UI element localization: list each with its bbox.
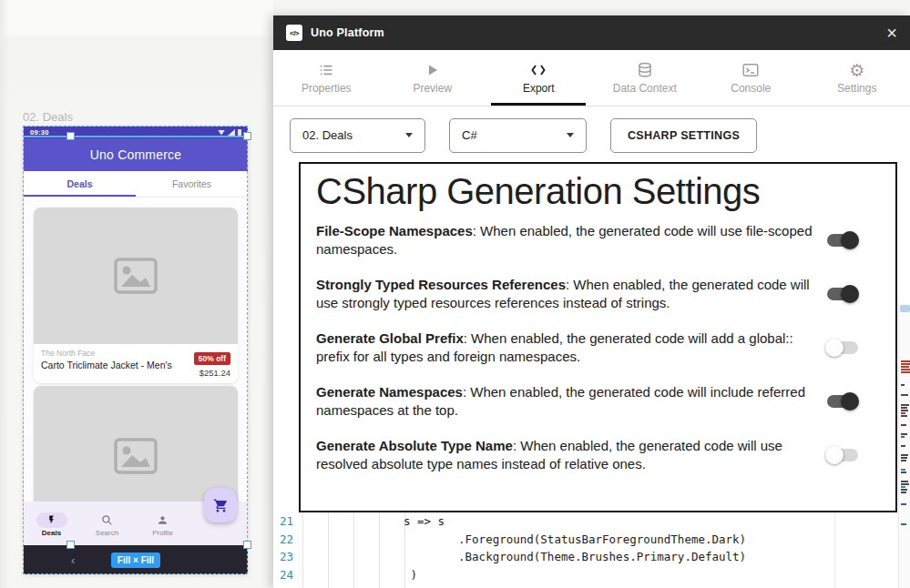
nav-label: Search — [96, 529, 118, 537]
code-line[interactable]: 25Resources — [273, 583, 833, 588]
nav-item-profile[interactable]: Profile — [135, 512, 190, 537]
editor-divider — [834, 512, 835, 588]
setting-text: Generate Namespaces: When enabled, the g… — [316, 383, 825, 420]
selection-handle[interactable] — [243, 541, 251, 549]
nav-label: Profile — [152, 529, 173, 537]
minimap-mark — [901, 457, 907, 459]
tab-preview[interactable]: Preview — [380, 50, 486, 106]
minimap-mark — [901, 404, 909, 406]
page-select-value: 02. Deals — [302, 128, 353, 142]
product-brand: The North Face — [41, 349, 194, 358]
canvas-edge-shade — [0, 0, 9, 588]
minimap-mark — [901, 433, 907, 435]
language-select[interactable]: C# — [449, 118, 587, 153]
minimap-mark — [901, 523, 906, 525]
minimap-mark — [901, 436, 905, 438]
phone-preview[interactable]: 09:30 Uno Commerce DealsFavorites — [24, 127, 248, 574]
tab-data-context[interactable]: Data Context — [592, 50, 699, 106]
editor-minimap-scrollbar[interactable] — [898, 304, 910, 588]
setting-row-generate-global-prefix: Generate Global Prefix: When enabled, th… — [316, 329, 874, 366]
product-image-placeholder — [34, 386, 238, 502]
scrollbar-thumb[interactable] — [900, 305, 910, 312]
frame-label[interactable]: 02. Deals — [23, 110, 73, 124]
product-name: Carto Triclimate Jacket - Men's — [41, 360, 194, 370]
page-select[interactable]: 02. Deals — [290, 118, 425, 153]
selection-top-line — [24, 136, 248, 137]
tab-label: Settings — [837, 82, 876, 95]
minimap-mark — [901, 371, 910, 373]
console-icon — [742, 61, 759, 79]
tab-label: Preview — [413, 82, 452, 95]
toggle-file-scope-namespaces[interactable] — [825, 231, 859, 249]
phone-content: The North Face Carto Triclimate Jacket -… — [24, 198, 248, 502]
code-line[interactable]: 24) — [273, 566, 833, 584]
minimap-mark — [901, 454, 908, 456]
code-icon — [530, 61, 547, 79]
minimap-mark — [901, 460, 906, 461]
code-text: .Background(Theme.Brushes.Primary.Defaul… — [273, 548, 746, 566]
uno-logo-icon: </> — [286, 25, 302, 41]
selection-handle[interactable] — [66, 132, 75, 140]
minimap-mark — [901, 410, 908, 411]
toggle-generate-global-prefix[interactable] — [825, 339, 859, 357]
wifi-icon — [218, 130, 225, 136]
bolt-icon — [36, 512, 67, 528]
setting-text: Generate Global Prefix: When enabled, th… — [316, 329, 825, 366]
phone-tab-favorites[interactable]: Favorites — [136, 171, 248, 197]
search-icon — [92, 512, 123, 528]
tab-label: Export — [523, 82, 555, 95]
tab-label: Console — [731, 82, 771, 95]
collapse-chevron-icon[interactable]: ‹ — [71, 553, 75, 567]
minimap-mark — [901, 366, 909, 368]
tab-label: Data Context — [613, 82, 677, 95]
toggle-knob — [825, 339, 844, 357]
selection-handle[interactable] — [243, 132, 251, 140]
size-badge: Fill × Fill — [111, 553, 160, 568]
code-text: Resources — [273, 583, 472, 588]
minimap-mark — [901, 424, 906, 426]
filter-row: 02. Deals C# CSHARP SETTINGS — [273, 106, 910, 164]
code-line[interactable]: 22.Foreground(StatusBarForegroundTheme.D… — [273, 531, 833, 549]
image-placeholder-icon — [110, 431, 161, 482]
minimap-mark — [901, 369, 910, 370]
toggle-generate-absolute-type-name[interactable] — [825, 446, 859, 464]
csharp-settings-modal: CSharp Generation Settings File-Scope Na… — [299, 162, 897, 512]
code-text: ) — [273, 566, 417, 584]
tab-export[interactable]: Export — [486, 50, 592, 106]
toggle-strongly-typed-resources-references[interactable] — [825, 285, 859, 303]
tab-settings[interactable]: ⚙Settings — [804, 50, 910, 106]
product-price: $251.24 — [194, 368, 230, 378]
setting-row-file-scope-namespaces: File-Scope Namespaces: When enabled, the… — [316, 222, 874, 259]
csharp-settings-button[interactable]: CSHARP SETTINGS — [610, 118, 757, 153]
phone-tab-deals[interactable]: Deals — [24, 171, 136, 197]
signal-icon — [228, 129, 235, 136]
toggle-knob — [841, 231, 859, 249]
nav-item-deals[interactable]: Deals — [24, 512, 79, 537]
code-text: s => s — [273, 512, 445, 531]
setting-text: File-Scope Namespaces: When enabled, the… — [316, 222, 825, 259]
panel-title: Uno Platform — [311, 26, 384, 39]
toggle-knob — [841, 285, 859, 303]
toggle-generate-namespaces[interactable] — [825, 392, 859, 411]
minimap-mark — [901, 503, 906, 505]
chevron-down-icon — [405, 133, 413, 137]
cart-fab-button[interactable] — [204, 488, 237, 522]
product-card[interactable]: The North Face Carto Triclimate Jacket -… — [34, 208, 238, 383]
phone-tab-bar: DealsFavorites — [24, 171, 248, 198]
code-lines: 21s => s22.Foreground(StatusBarForegroun… — [273, 512, 833, 588]
setting-label: Strongly Typed Resources References — [316, 277, 566, 292]
toggle-knob — [825, 446, 844, 464]
close-icon[interactable]: × — [886, 24, 897, 42]
screen: 02. Deals 09:30 Uno Commerce DealsFavori… — [0, 0, 910, 588]
code-line[interactable]: 23.Background(Theme.Brushes.Primary.Defa… — [273, 548, 833, 566]
tab-console[interactable]: Console — [698, 50, 804, 106]
product-card[interactable] — [34, 386, 238, 502]
nav-item-search[interactable]: Search — [79, 512, 135, 537]
selection-handle[interactable] — [66, 541, 75, 549]
minimap-mark — [901, 486, 905, 488]
tab-properties[interactable]: Properties — [273, 50, 380, 106]
setting-row-generate-absolute-type-name: Generate Absolute Type Name: When enable… — [316, 437, 874, 473]
setting-label: Generate Global Prefix — [316, 330, 464, 346]
code-line[interactable]: 21s => s — [273, 512, 833, 531]
setting-row-strongly-typed-resources-references: Strongly Typed Resources References: Whe… — [316, 276, 874, 312]
